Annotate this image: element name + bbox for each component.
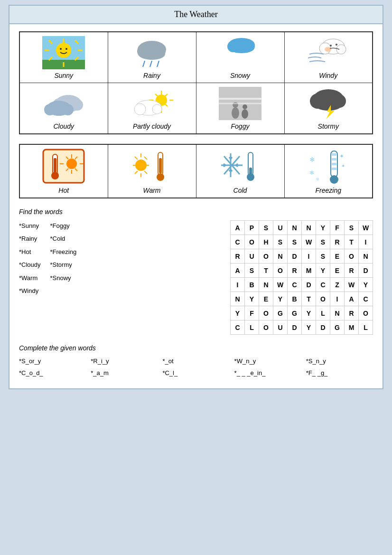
- weather-label-sunny: Sunny: [54, 72, 73, 79]
- svg-text:✦: ✦: [341, 163, 345, 169]
- word-list-item: *Snowy: [50, 273, 77, 283]
- ws-cell: N: [330, 306, 345, 320]
- svg-line-81: [144, 171, 147, 174]
- ws-cell: F: [245, 306, 259, 320]
- complete-item: *S_n_y: [306, 357, 373, 365]
- ws-cell: G: [273, 306, 288, 320]
- temp-cell-warm: Warm: [108, 144, 196, 198]
- ws-cell: O: [245, 235, 259, 249]
- ws-cell: P: [245, 221, 259, 235]
- ws-cell: E: [330, 249, 345, 263]
- complete-label: Complete the given words: [19, 344, 373, 352]
- svg-rect-109: [332, 163, 336, 165]
- ws-cell: Y: [245, 292, 259, 306]
- ws-cell: R: [330, 235, 345, 249]
- complete-row: *C_o_d_*_a_m*C_l_*_ _ _e_in_*F_ _g_: [19, 369, 373, 376]
- svg-line-19: [157, 61, 159, 67]
- ws-cell: Y: [316, 263, 330, 278]
- ws-cell: N: [259, 278, 273, 292]
- svg-rect-74: [54, 158, 56, 172]
- ws-cell: S: [316, 235, 330, 249]
- weather-label-partly-cloudy: Partly cloudy: [133, 122, 171, 130]
- svg-rect-86: [159, 158, 162, 173]
- word-search-grid: APSUNNYFSWCOHSSWSRTIRUONDISEONASTORMYERD…: [230, 220, 373, 335]
- ws-cell: Z: [330, 278, 345, 292]
- page-title: The Weather: [9, 6, 383, 24]
- ws-cell: U: [245, 249, 259, 263]
- ws-cell: T: [345, 235, 359, 249]
- ws-cell: N: [231, 292, 245, 306]
- ws-cell: I: [302, 249, 316, 263]
- svg-point-31: [336, 44, 337, 46]
- ws-cell: T: [259, 263, 273, 278]
- weather-cell-rainy: Rainy: [108, 32, 196, 83]
- ws-cell: R: [345, 263, 359, 278]
- ws-cell: I: [231, 278, 245, 292]
- ws-cell: Y: [359, 278, 373, 292]
- ws-cell: D: [359, 263, 373, 278]
- weather-label-rainy: Rainy: [143, 72, 160, 79]
- complete-item: *S_or_y: [19, 357, 86, 365]
- ws-cell: W: [345, 278, 359, 292]
- weather-cell-windy: Windy: [284, 32, 373, 83]
- ws-cell: E: [259, 292, 273, 306]
- weather-grid: Sunny Rainy: [19, 31, 373, 134]
- ws-cell: U: [273, 221, 288, 235]
- word-list-item: *Freezing: [50, 246, 77, 257]
- ws-cell: D: [288, 320, 302, 335]
- ws-cell: N: [302, 221, 316, 235]
- complete-item: *_a_m: [91, 369, 158, 376]
- weather-label-stormy: Stormy: [318, 122, 339, 130]
- complete-rows: *S_or_y*R_i_y*_ot*W_n_y*S_n_y*C_o_d_*_a_…: [19, 357, 373, 376]
- word-list-item: *Sunny: [19, 220, 41, 231]
- svg-point-30: [330, 45, 332, 47]
- ws-cell: Y: [273, 292, 288, 306]
- svg-rect-107: [332, 153, 336, 156]
- ws-cell: S: [288, 235, 302, 249]
- ws-cell: S: [245, 263, 259, 278]
- ws-cell: M: [302, 263, 316, 278]
- ws-cell: Y: [231, 306, 245, 320]
- ws-cell: L: [359, 320, 373, 335]
- svg-line-17: [143, 61, 145, 67]
- svg-point-10: [56, 43, 71, 58]
- svg-point-61: [314, 97, 343, 111]
- complete-item: *_ot: [162, 357, 229, 365]
- word-col-2: *Foggy*Cold*Freezing*Stormy*Snowy: [50, 220, 77, 298]
- ws-cell: O: [345, 249, 359, 263]
- svg-rect-110: [332, 168, 336, 170]
- ws-cell: Y: [316, 221, 330, 235]
- complete-item: *W_n_y: [234, 357, 301, 365]
- svg-text:❄: ❄: [309, 156, 315, 163]
- ws-cell: F: [330, 221, 345, 235]
- svg-rect-108: [332, 158, 336, 160]
- ws-cell: D: [302, 278, 316, 292]
- svg-line-83: [144, 157, 147, 160]
- svg-text:❄: ❄: [237, 59, 243, 67]
- temp-cell-hot: Hot: [19, 144, 108, 198]
- ws-cell: C: [231, 235, 245, 249]
- ws-cell: G: [288, 306, 302, 320]
- weather-cell-sunny: Sunny: [19, 32, 108, 83]
- svg-line-18: [150, 61, 152, 67]
- temp-label-warm: Warm: [143, 187, 160, 194]
- ws-cell: O: [259, 249, 273, 263]
- complete-item: *C_o_d_: [19, 369, 86, 376]
- word-list-item: *Stormy: [50, 259, 77, 270]
- svg-point-75: [51, 172, 59, 179]
- ws-cell: L: [245, 320, 259, 335]
- ws-cell: H: [259, 235, 273, 249]
- svg-point-72: [66, 159, 77, 169]
- ws-cell: O: [316, 292, 330, 306]
- svg-point-52: [232, 107, 239, 119]
- ws-cell: B: [245, 278, 259, 292]
- wordsearch-section: Find the words *Sunny*Rainy*Hot*Cloudy*W…: [19, 208, 373, 335]
- ws-cell: W: [359, 221, 373, 235]
- weather-cell-cloudy: Cloudy: [19, 83, 108, 134]
- word-list-item: *Windy: [19, 285, 41, 296]
- ws-cell: W: [273, 278, 288, 292]
- word-list: *Sunny*Rainy*Hot*Cloudy*Warm*Windy *Fogg…: [19, 220, 95, 335]
- ws-cell: L: [316, 306, 330, 320]
- ws-cell: G: [330, 320, 345, 335]
- word-list-item: *Hot: [19, 246, 41, 257]
